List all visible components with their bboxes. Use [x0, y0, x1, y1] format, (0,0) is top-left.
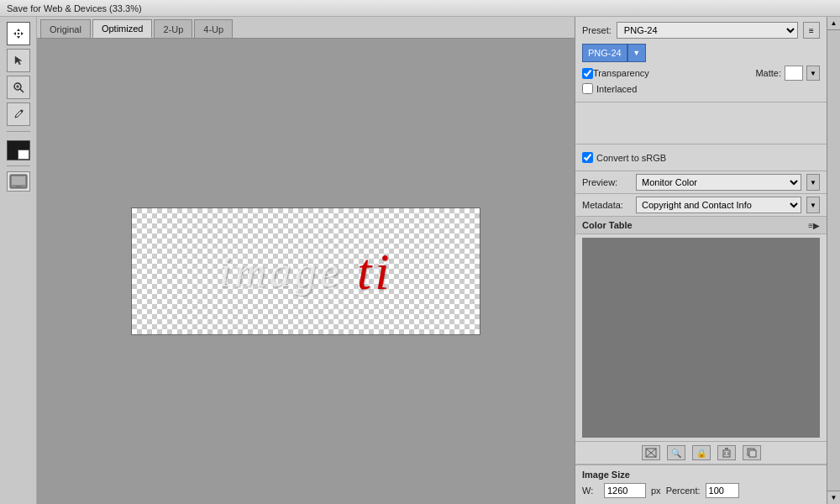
format-row: PNG-24 ▼	[582, 44, 820, 62]
canvas-viewport: image ti	[37, 39, 575, 504]
metadata-select[interactable]: Copyright and Contact Info	[636, 197, 801, 213]
select-tool[interactable]	[7, 49, 30, 72]
interlaced-checkbox[interactable]	[582, 83, 593, 94]
right-panel: Preset: PNG-24 ≡ PNG-24 ▼ Transpa	[575, 17, 827, 504]
color-table-area	[582, 238, 820, 438]
format-value[interactable]: PNG-24	[582, 44, 627, 62]
preset-menu-btn[interactable]: ≡	[803, 22, 820, 39]
svg-rect-12	[723, 450, 730, 457]
canvas-area: Original Optimized 2-Up 4-Up image ti	[37, 17, 575, 504]
ct-btn-3[interactable]: 🔒	[692, 445, 711, 460]
width-row: W: px Percent:	[582, 483, 820, 498]
transparency-matte-row: Transparency Matte: ▼	[582, 66, 820, 81]
transparency-label: Transparency	[593, 68, 649, 78]
preview-arrow[interactable]: ▼	[806, 174, 820, 191]
tabs-bar: Original Optimized 2-Up 4-Up	[37, 17, 575, 39]
svg-line-2	[20, 89, 24, 92]
preview-select[interactable]: Monitor Color	[636, 174, 801, 191]
red-text: ti	[357, 242, 392, 302]
metadata-arrow[interactable]: ▼	[806, 197, 820, 213]
preview-row: Preview: Monitor Color ▼	[575, 171, 827, 194]
convert-label: Convert to sRGB	[596, 153, 666, 163]
ct-btn-1[interactable]	[642, 445, 660, 460]
image-size-title: Image Size	[582, 470, 820, 480]
preset-row: Preset: PNG-24 ≡	[582, 22, 820, 39]
zoom-tool[interactable]	[7, 76, 30, 99]
preset-label: Preset:	[582, 25, 612, 35]
percent-input[interactable]	[706, 483, 739, 498]
tab-4up[interactable]: 4-Up	[194, 19, 233, 38]
separator2	[7, 165, 30, 166]
image-preview: image ti	[131, 207, 480, 335]
width-unit: px	[651, 486, 661, 496]
ct-btn-2[interactable]: 🔍	[667, 445, 685, 460]
watermark-text: image	[218, 247, 342, 297]
color-table-title: Color Table	[582, 220, 633, 230]
image-size-section: Image Size W: px Percent:	[575, 465, 827, 504]
format-dropdown-btn[interactable]: ▼	[627, 44, 646, 62]
foreground-color[interactable]	[7, 140, 30, 160]
svg-rect-8	[16, 186, 21, 187]
move-tool[interactable]	[7, 22, 30, 45]
ct-btn-5[interactable]	[743, 445, 761, 460]
metadata-label: Metadata:	[582, 200, 631, 210]
tab-2up[interactable]: 2-Up	[154, 19, 192, 38]
interlaced-row: Interlaced	[582, 83, 820, 94]
eyedropper-tool[interactable]	[7, 102, 30, 126]
width-input[interactable]	[604, 483, 646, 498]
tab-original[interactable]: Original	[40, 19, 91, 38]
matte-label: Matte:	[755, 68, 781, 78]
right-scrollbar: ▲ ▼	[827, 17, 840, 504]
tab-optimized[interactable]: Optimized	[92, 19, 153, 38]
convert-section: Convert to sRGB	[575, 144, 827, 171]
svg-rect-17	[749, 450, 756, 457]
color-table-header: Color Table ≡▶	[575, 217, 827, 234]
title-text: Save for Web & Devices (33.3%)	[7, 3, 142, 13]
convert-checkbox[interactable]	[582, 152, 593, 163]
preset-section: Preset: PNG-24 ≡ PNG-24 ▼ Transpa	[575, 17, 827, 102]
scroll-up-btn[interactable]: ▲	[827, 17, 840, 30]
color-table-icons: 🔍 🔒	[575, 441, 827, 465]
scroll-down-btn[interactable]: ▼	[827, 491, 840, 504]
svg-point-5	[20, 110, 23, 113]
matte-dropdown[interactable]: ▼	[806, 66, 820, 81]
svg-rect-0	[18, 33, 19, 34]
matte-group: Matte: ▼	[755, 66, 820, 81]
metadata-row: Metadata: Copyright and Contact Info ▼	[575, 194, 827, 217]
preset-select[interactable]: PNG-24	[617, 22, 798, 39]
ct-btn-4[interactable]	[717, 445, 736, 460]
convert-row: Convert to sRGB	[582, 152, 820, 163]
color-table-menu-btn[interactable]: ≡▶	[808, 221, 820, 230]
options-spacer	[575, 102, 827, 144]
width-label: W:	[582, 486, 599, 496]
scroll-track	[827, 30, 840, 491]
title-bar: Save for Web & Devices (33.3%)	[0, 0, 840, 17]
matte-color-swatch[interactable]	[785, 66, 803, 81]
svg-rect-7	[12, 176, 25, 185]
background-color	[18, 150, 29, 160]
transparency-checkbox[interactable]	[582, 68, 593, 79]
separator	[7, 131, 30, 132]
image-overlay-text: image ti	[132, 208, 480, 334]
preview-icon[interactable]	[7, 171, 30, 192]
percent-label: Percent:	[666, 486, 701, 496]
toolbar	[0, 17, 37, 504]
preview-label: Preview:	[582, 177, 631, 187]
interlaced-label: Interlaced	[596, 84, 637, 94]
